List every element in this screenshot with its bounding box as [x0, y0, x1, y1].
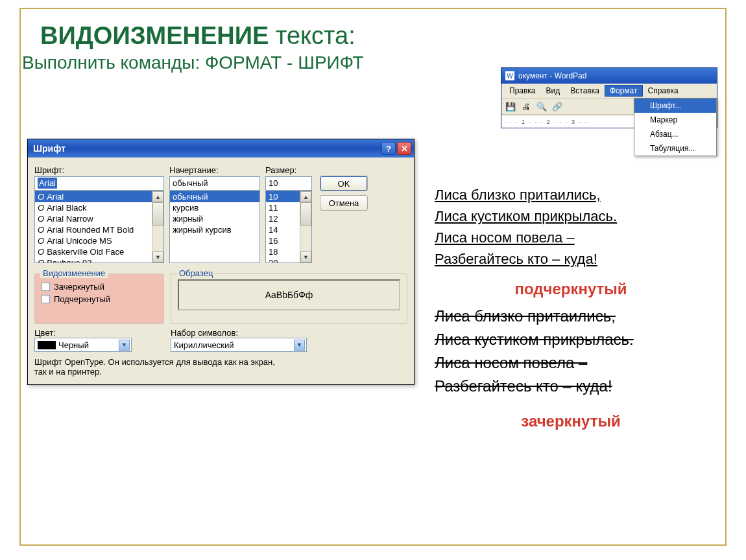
- list-item[interactable]: OArial Black: [35, 202, 152, 213]
- menu-view[interactable]: Вид: [541, 85, 566, 97]
- scroll-down-icon[interactable]: ▼: [300, 251, 311, 262]
- modification-group: Видоизменение Зачеркнутый Подчеркнутый: [34, 274, 164, 324]
- dialog-titlebar[interactable]: Шрифт ? ✕: [28, 139, 414, 158]
- group-title: Видоизменение: [40, 268, 108, 278]
- underline-example-line: Разбегайтесь кто – куда!: [435, 248, 707, 270]
- menu-edit[interactable]: Правка: [504, 85, 541, 97]
- list-item[interactable]: OArial: [35, 191, 152, 202]
- ok-button[interactable]: OK: [320, 176, 368, 191]
- size-input[interactable]: 10: [265, 176, 312, 191]
- strike-example-line: Разбегайтесь кто – куда!: [435, 375, 707, 398]
- menu-help[interactable]: Справка: [643, 85, 684, 97]
- list-item[interactable]: 20: [266, 257, 300, 262]
- underline-example-line: Лиса кустиком прикрылась.: [435, 205, 707, 227]
- scroll-thumb[interactable]: [300, 202, 311, 226]
- sample-preview: AaBbБбФф: [178, 279, 400, 310]
- strike-example-line: Лиса носом повела –: [435, 351, 707, 375]
- scroll-down-icon[interactable]: ▼: [152, 251, 163, 262]
- list-item[interactable]: 12: [266, 213, 300, 224]
- slide-title-bold: ВИДОИЗМЕНЕНИЕ: [40, 22, 276, 49]
- style-label: Начертание:: [169, 165, 260, 175]
- color-label: Цвет:: [34, 328, 164, 338]
- strike-example-line: Лиса кустиком прикрылась.: [435, 328, 707, 351]
- group-title: Образец: [176, 268, 215, 278]
- close-button[interactable]: ✕: [397, 142, 411, 155]
- label-strike: зачеркнутый: [435, 410, 707, 433]
- size-listbox[interactable]: 10 11 12 14 16 18 20 ▲ ▼: [265, 191, 312, 263]
- list-item[interactable]: OArial Unicode MS: [35, 235, 152, 246]
- wordpad-window: W окумент - WordPad Правка Вид Вставка Ф…: [501, 67, 717, 128]
- example-block: Лиса близко притаились, Лиса кустиком пр…: [435, 184, 707, 433]
- help-button[interactable]: ?: [381, 142, 396, 155]
- dropdown-bullet[interactable]: Маркер: [634, 113, 716, 127]
- menu-format[interactable]: Формат: [605, 85, 643, 97]
- hint-line-1: Шрифт OpenType. Он используется для выво…: [34, 357, 407, 367]
- list-item[interactable]: обычный: [170, 191, 259, 202]
- checkbox-icon[interactable]: [42, 295, 50, 303]
- find-icon[interactable]: 🔗: [551, 100, 564, 113]
- dropdown-tabs[interactable]: Табуляция...: [634, 141, 716, 156]
- style-input[interactable]: обычный: [169, 176, 260, 191]
- cancel-button[interactable]: Отмена: [320, 195, 368, 211]
- scroll-up-icon[interactable]: ▲: [300, 191, 311, 202]
- save-icon[interactable]: 💾: [504, 100, 517, 113]
- print-icon[interactable]: 🖨: [520, 100, 533, 113]
- dialog-title: Шрифт: [33, 143, 380, 154]
- checkbox-icon[interactable]: [42, 283, 50, 291]
- charset-combo[interactable]: Кириллический ▼: [171, 338, 307, 352]
- strike-checkbox-row[interactable]: Зачеркнутый: [42, 282, 157, 292]
- font-listbox[interactable]: OArial OArial Black OArial Narrow OArial…: [34, 191, 164, 263]
- format-dropdown: Шрифт... Маркер Абзац... Табуляция...: [634, 98, 717, 156]
- font-label: Шрифт:: [34, 165, 164, 175]
- list-item[interactable]: 10: [266, 191, 300, 202]
- wordpad-menubar: Правка Вид Вставка Формат Справка: [501, 84, 717, 98]
- menu-insert[interactable]: Вставка: [565, 85, 605, 97]
- list-item[interactable]: курсив: [170, 202, 259, 213]
- underline-example-line: Лиса близко притаились,: [435, 184, 707, 205]
- size-label: Размер:: [265, 165, 312, 175]
- chevron-down-icon[interactable]: ▼: [294, 340, 305, 351]
- preview-icon[interactable]: 🔍: [535, 100, 548, 113]
- chevron-down-icon[interactable]: ▼: [119, 340, 130, 351]
- wordpad-titlebar[interactable]: W окумент - WordPad: [501, 68, 717, 84]
- color-value: Черный: [58, 340, 89, 350]
- checkbox-label: Подчеркнутый: [54, 294, 110, 304]
- color-swatch-icon: [38, 341, 56, 349]
- app-icon: W: [505, 71, 514, 80]
- font-dialog: Шрифт ? ✕ Шрифт: Arial OArial OArial Bla…: [27, 139, 415, 385]
- dropdown-font[interactable]: Шрифт...: [634, 99, 716, 113]
- sample-group: Образец AaBbБбФф: [171, 274, 407, 324]
- charset-value: Кириллический: [174, 340, 234, 350]
- dropdown-paragraph[interactable]: Абзац...: [634, 127, 716, 141]
- checkbox-label: Зачеркнутый: [54, 282, 104, 292]
- wordpad-title: окумент - WordPad: [518, 71, 586, 80]
- list-item[interactable]: OBaskerville Old Face: [35, 246, 152, 257]
- color-combo[interactable]: Черный ▼: [34, 338, 132, 352]
- scrollbar[interactable]: ▲ ▼: [152, 191, 163, 262]
- slide-title-rest: текста:: [276, 22, 355, 49]
- hint-line-2: так и на принтер.: [34, 367, 407, 377]
- list-item[interactable]: OArial Rounded MT Bold: [35, 224, 152, 235]
- charset-label: Набор символов:: [171, 328, 407, 338]
- strike-example-line: Лиса близко притаились,: [435, 305, 707, 328]
- label-underline: подчеркнутый: [435, 277, 707, 301]
- scroll-thumb[interactable]: [152, 202, 163, 226]
- list-item[interactable]: жирный: [170, 213, 259, 224]
- underline-example-line: Лиса носом повела –: [435, 227, 707, 248]
- list-item[interactable]: 14: [266, 224, 300, 235]
- style-listbox[interactable]: обычный курсив жирный жирный курсив: [169, 191, 260, 263]
- list-item[interactable]: OArial Narrow: [35, 213, 152, 224]
- underline-checkbox-row[interactable]: Подчеркнутый: [42, 294, 157, 304]
- list-item[interactable]: 11: [266, 202, 300, 213]
- scroll-up-icon[interactable]: ▲: [152, 191, 163, 202]
- list-item[interactable]: 16: [266, 235, 300, 246]
- list-item[interactable]: OBauhaus 93: [35, 257, 152, 262]
- list-item[interactable]: 18: [266, 246, 300, 257]
- list-item[interactable]: жирный курсив: [170, 224, 259, 235]
- scrollbar[interactable]: ▲ ▼: [300, 191, 311, 262]
- font-input[interactable]: Arial: [34, 176, 164, 191]
